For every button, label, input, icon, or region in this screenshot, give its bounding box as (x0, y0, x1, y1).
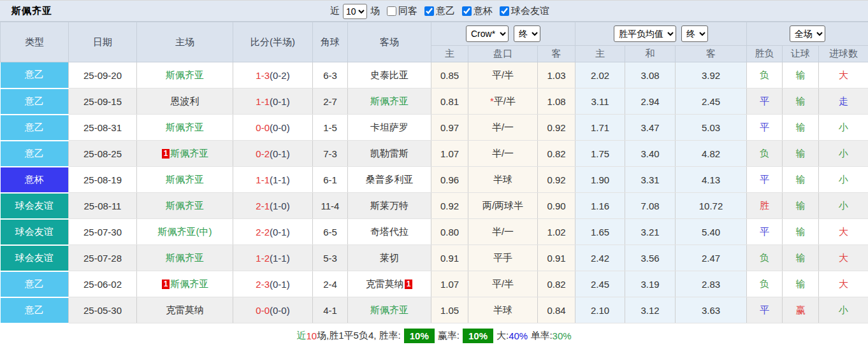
full-time-score: 2-1 (256, 201, 270, 211)
home-team-name: 斯佩齐亚 (166, 122, 204, 132)
full-time-score: 1-3 (256, 70, 270, 81)
league-type-badge: 意杯 (1, 167, 69, 193)
avg-draw-odds: 3.19 (625, 271, 676, 297)
away-team-name: 斯佩齐亚 (370, 304, 409, 315)
corner-count: 2-4 (313, 271, 348, 297)
recent-count-select[interactable]: 10 (343, 4, 367, 19)
half-time-score: (0-0) (270, 122, 290, 133)
handicap-cell: 半/一 (468, 141, 538, 167)
handicap-line: 半球 (493, 304, 512, 315)
half-time-score: (0-2) (270, 70, 290, 81)
home-team-name: 斯佩齐亚 (166, 174, 204, 185)
bookmaker-select[interactable]: Crow* (466, 25, 509, 42)
home-team-cell: 斯佩齐亚 (137, 62, 233, 89)
away-odds: 0.92 (538, 115, 575, 141)
away-team-name: 奇塔代拉 (370, 226, 409, 237)
score-cell: 2-1(1-0) (233, 193, 313, 219)
subcol-odds-away: 客 (538, 46, 575, 62)
spread-result-cell: 输 (783, 167, 819, 193)
team-title: 斯佩齐亚 (11, 1, 52, 22)
goals-result-cell: 走 (819, 89, 868, 115)
avg-away-odds: 2.83 (676, 271, 747, 297)
avg-draw-odds: 3.47 (625, 115, 676, 141)
home-team-cell: 斯佩齐亚 (137, 193, 233, 219)
home-odds: 0.81 (431, 89, 468, 115)
result-cell: 负 (747, 271, 783, 297)
spread-result-cell: 输 (783, 271, 819, 297)
same-venue-checkbox[interactable] (387, 6, 396, 16)
full-time-score: 0-0 (256, 305, 270, 316)
scope-select[interactable]: 全场 (790, 25, 825, 42)
handicap-cell: 半/一 (468, 219, 538, 245)
league-type-badge: 意乙 (1, 271, 69, 297)
avg-home-odds: 2.02 (575, 62, 625, 89)
avg-home-odds: 2.10 (575, 297, 625, 323)
summary-recent-count: 10 (306, 330, 317, 341)
home-odds: 0.91 (431, 245, 468, 271)
home-odds: 0.96 (431, 167, 468, 193)
avg-home-odds: 1.75 (575, 141, 625, 167)
goals-result-cell: 小 (819, 297, 868, 323)
average-state-select[interactable]: 终 (681, 25, 708, 42)
match-table-body: 意乙25-09-20斯佩齐亚1-3(0-2)6-3史泰比亚0.85平/半1.03… (1, 62, 868, 323)
score-cell: 1-2(1-1) (233, 245, 313, 271)
away-odds: 1.02 (538, 219, 575, 245)
goals-result-cell: 小 (819, 167, 868, 193)
filter-serie-b-checkbox[interactable] (424, 6, 434, 16)
corner-count: 11-4 (313, 193, 348, 219)
away-team-name: 卡坦萨罗 (370, 122, 409, 132)
col-header-score: 比分(半场) (233, 22, 313, 62)
match-date: 25-07-30 (69, 219, 137, 245)
result-cell: 平 (747, 219, 783, 245)
result-cell: 平 (747, 89, 783, 115)
match-row: 意乙25-09-20斯佩齐亚1-3(0-2)6-3史泰比亚0.85平/半1.03… (1, 62, 868, 89)
win-rate-badge: 10% (404, 329, 435, 343)
away-odds: 0.82 (538, 141, 575, 167)
spread-result-cell: 赢 (783, 297, 819, 323)
home-team-name: 斯佩齐亚 (170, 148, 208, 159)
match-table: 类型 日期 主场 比分(半场) 角球 客场 Crow* 终 胜平负均值 终 (0, 22, 868, 324)
handicap-cell: 半球 (468, 297, 538, 323)
home-team-name: 斯佩齐亚 (166, 200, 204, 211)
handicap-cell: 半/一 (468, 115, 538, 141)
away-team-cell: 斯莱万特 (348, 193, 431, 219)
league-type-badge: 球会友谊 (1, 245, 69, 271)
spread-result-cell: 输 (783, 245, 819, 271)
score-cell: 0-0(0-0) (233, 297, 313, 323)
subcol-handicap: 盘口 (468, 46, 538, 62)
bookmaker-state-select[interactable]: 终 (514, 25, 540, 42)
half-time-score: (1-1) (270, 253, 290, 264)
half-time-score: (1-0) (270, 201, 290, 211)
avg-home-odds: 2.42 (575, 245, 625, 271)
away-team-name: 斯莱万特 (370, 200, 409, 211)
spread-result-cell: 输 (783, 115, 819, 141)
goals-result-cell: 大 (819, 219, 868, 245)
away-odds: 1.08 (538, 89, 575, 115)
half-time-score: (0-1) (270, 227, 290, 237)
match-row: 意乙25-08-31斯佩齐亚0-0(0-0)1-5卡坦萨罗0.97半/一0.92… (1, 115, 868, 141)
corner-count: 5-3 (313, 245, 348, 271)
full-time-score: 0-0 (256, 122, 270, 133)
corner-count: 2-7 (313, 89, 348, 115)
avg-home-odds: 3.11 (575, 89, 625, 115)
goals-result-cell: 大 (819, 62, 868, 89)
full-time-score: 1-2 (256, 253, 270, 264)
avg-away-odds: 2.47 (676, 245, 747, 271)
half-time-score: (1-1) (270, 174, 290, 185)
filter-cup-label: 意杯 (474, 5, 493, 17)
home-odds: 1.07 (431, 271, 468, 297)
avg-draw-odds: 7.08 (625, 193, 676, 219)
home-team-name: 斯佩齐亚 (170, 278, 208, 289)
match-row: 意乙25-08-251斯佩齐亚0-2(0-1)7-3凯勒雷斯1.07半/一0.8… (1, 141, 868, 167)
score-cell: 1-1(1-1) (233, 167, 313, 193)
avg-home-odds: 2.45 (575, 271, 625, 297)
result-cell: 负 (747, 141, 783, 167)
scope-select-group: 全场 (747, 22, 868, 46)
filter-friendly-checkbox[interactable] (500, 6, 509, 16)
home-team-name: 恩波利 (171, 96, 199, 106)
average-select[interactable]: 胜平负均值 (614, 25, 676, 42)
filter-cup-checkbox[interactable] (462, 6, 472, 16)
home-team-name: 斯佩齐亚 (166, 252, 204, 263)
match-date: 25-07-28 (69, 245, 137, 271)
away-team-name: 凯勒雷斯 (370, 148, 409, 159)
